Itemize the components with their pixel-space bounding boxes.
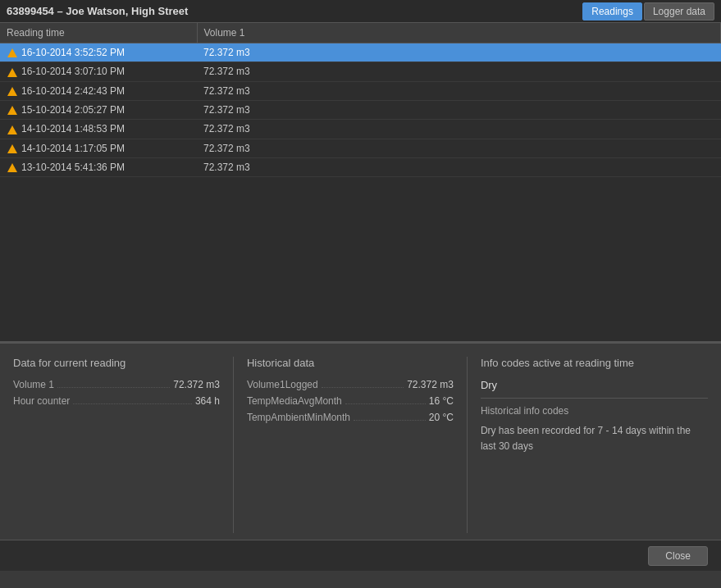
row-dots (322, 379, 404, 388)
volume-cell: 72.372 m3 (197, 62, 721, 81)
svg-marker-1 (7, 68, 17, 77)
row-dots (354, 412, 426, 421)
volume-cell: 72.372 m3 (197, 120, 721, 139)
readings-table-area: Reading time Volume 1 16-10-2014 3:52:52… (0, 23, 721, 343)
historical-info-desc: Dry has been recorded for 7 - 14 days wi… (481, 423, 708, 454)
historical-data-row: TempAmbientMinMonth20 °C (247, 412, 454, 423)
historical-info-label: Historical info codes (481, 405, 708, 417)
volume-cell: 72.372 m3 (197, 43, 721, 62)
reading-time-value: 15-10-2014 2:05:27 PM (21, 104, 125, 116)
warning-icon (7, 125, 18, 135)
current-reading-row: Hour counter364 h (13, 395, 220, 407)
row-value: 16 °C (429, 395, 454, 407)
table-row[interactable]: 16-10-2014 2:42:43 PM72.372 m3 (0, 81, 721, 100)
svg-marker-2 (7, 87, 17, 96)
reading-time-value: 16-10-2014 3:07:10 PM (21, 66, 125, 77)
row-label: TempMediaAvgMonth (247, 395, 342, 407)
info-codes-section: Info codes active at reading time Dry Hi… (481, 357, 708, 533)
tab-group: Readings Logger data (582, 2, 714, 21)
current-reading-title: Data for current reading (13, 357, 220, 369)
svg-marker-6 (7, 163, 17, 172)
warning-icon (7, 105, 18, 116)
row-label: Hour counter (13, 395, 70, 407)
info-codes-title: Info codes active at reading time (481, 357, 708, 369)
row-dots (57, 379, 170, 388)
active-info-code: Dry (481, 379, 708, 391)
reading-time-cell: 16-10-2014 3:07:10 PM (0, 62, 197, 81)
reading-time-cell: 15-10-2014 2:05:27 PM (0, 100, 197, 119)
warning-icon (7, 144, 18, 154)
divider (481, 398, 708, 399)
warning-icon (7, 86, 18, 97)
table-row[interactable]: 16-10-2014 3:07:10 PM72.372 m3 (0, 62, 721, 81)
svg-marker-5 (7, 144, 17, 153)
table-row[interactable]: 14-10-2014 1:48:53 PM72.372 m3 (0, 120, 721, 139)
reading-time-cell: 16-10-2014 3:52:52 PM (0, 43, 197, 62)
historical-data-rows: Volume1Logged72.372 m3TempMediaAvgMonth1… (247, 379, 454, 423)
close-button[interactable]: Close (648, 546, 708, 566)
row-label: Volume 1 (13, 379, 54, 390)
row-value: 72.372 m3 (173, 379, 220, 390)
row-value: 72.372 m3 (407, 379, 454, 390)
volume-cell: 72.372 m3 (197, 100, 721, 119)
title-bar: 63899454 – Joe Watson, High Street Readi… (0, 0, 721, 23)
row-value: 364 h (195, 395, 220, 407)
table-row[interactable]: 13-10-2014 5:41:36 PM72.372 m3 (0, 157, 721, 176)
warning-icon (7, 67, 18, 78)
table-header-row: Reading time Volume 1 (0, 23, 721, 43)
table-row[interactable]: 15-10-2014 2:05:27 PM72.372 m3 (0, 100, 721, 119)
volume-cell: 72.372 m3 (197, 81, 721, 100)
current-reading-section: Data for current reading Volume 172.372 … (13, 357, 234, 533)
col-volume1: Volume 1 (197, 23, 721, 43)
svg-marker-3 (7, 106, 17, 115)
window-title: 63899454 – Joe Watson, High Street (7, 5, 188, 17)
current-reading-rows: Volume 172.372 m3Hour counter364 h (13, 379, 220, 407)
info-area: Data for current reading Volume 172.372 … (0, 343, 721, 540)
tab-logger-data[interactable]: Logger data (644, 2, 714, 21)
historical-data-section: Historical data Volume1Logged72.372 m3Te… (247, 357, 468, 533)
table-row[interactable]: 16-10-2014 3:52:52 PM72.372 m3 (0, 43, 721, 62)
volume-cell: 72.372 m3 (197, 157, 721, 176)
table-row[interactable]: 14-10-2014 1:17:05 PM72.372 m3 (0, 139, 721, 157)
historical-data-title: Historical data (247, 357, 454, 369)
row-dots (345, 395, 426, 404)
warning-icon (7, 162, 18, 173)
historical-data-row: Volume1Logged72.372 m3 (247, 379, 454, 390)
svg-marker-0 (7, 48, 17, 57)
reading-time-value: 16-10-2014 2:42:43 PM (21, 85, 125, 97)
reading-time-value: 13-10-2014 5:41:36 PM (21, 162, 125, 173)
warning-icon (7, 48, 18, 58)
col-reading-time: Reading time (0, 23, 197, 43)
row-value: 20 °C (429, 412, 454, 423)
reading-time-cell: 14-10-2014 1:17:05 PM (0, 139, 197, 157)
tab-readings[interactable]: Readings (582, 2, 642, 21)
current-reading-row: Volume 172.372 m3 (13, 379, 220, 390)
readings-table: Reading time Volume 1 16-10-2014 3:52:52… (0, 23, 721, 177)
svg-marker-4 (7, 125, 17, 134)
table-body: 16-10-2014 3:52:52 PM72.372 m316-10-2014… (0, 43, 721, 177)
reading-time-cell: 13-10-2014 5:41:36 PM (0, 157, 197, 176)
reading-time-value: 14-10-2014 1:17:05 PM (21, 143, 125, 154)
reading-time-cell: 16-10-2014 2:42:43 PM (0, 81, 197, 100)
reading-time-value: 16-10-2014 3:52:52 PM (21, 47, 125, 58)
historical-data-row: TempMediaAvgMonth16 °C (247, 395, 454, 407)
row-dots (73, 395, 192, 404)
volume-cell: 72.372 m3 (197, 139, 721, 157)
reading-time-cell: 14-10-2014 1:48:53 PM (0, 120, 197, 139)
row-label: TempAmbientMinMonth (247, 412, 350, 423)
reading-time-value: 14-10-2014 1:48:53 PM (21, 123, 125, 134)
row-label: Volume1Logged (247, 379, 318, 390)
footer: Close (0, 540, 721, 571)
